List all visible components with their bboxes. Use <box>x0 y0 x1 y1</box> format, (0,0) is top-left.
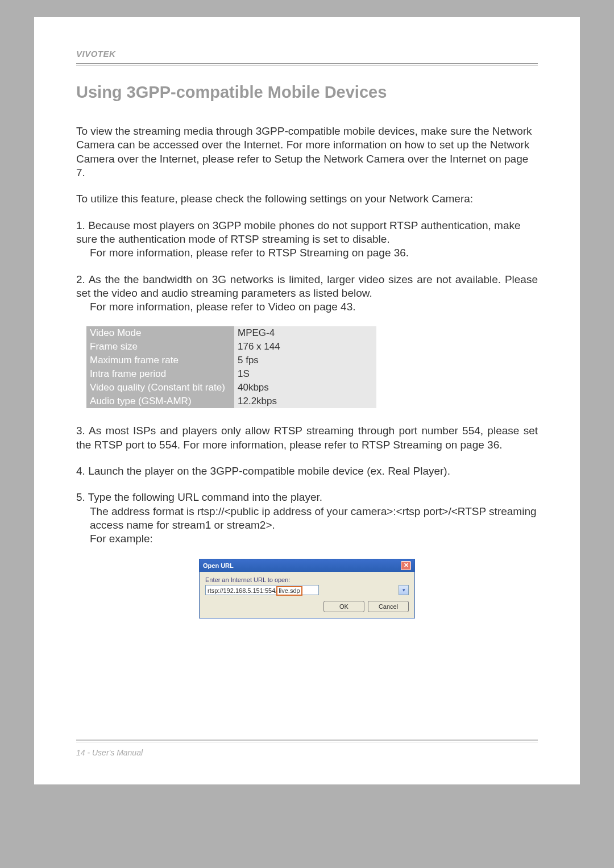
page-title: Using 3GPP-compatible Mobile Devices <box>76 83 538 102</box>
list-text-extra: The address format is rtsp://<public ip … <box>76 505 538 533</box>
list-text: Launch the player on the 3GPP-compatible… <box>88 465 450 477</box>
brand-label: VIVOTEK <box>76 49 538 59</box>
table-row: Audio type (GSM-AMR)12.2kbps <box>86 394 376 408</box>
dialog-button-row: OK Cancel <box>205 601 409 612</box>
list-text-extra: For more information, please refer to RT… <box>76 246 538 260</box>
list-number: 4. <box>76 465 88 477</box>
open-url-dialog: Open URL ✕ Enter an Internet URL to open… <box>199 559 415 618</box>
table-key: Audio type (GSM-AMR) <box>86 394 234 408</box>
cancel-button[interactable]: Cancel <box>368 601 409 612</box>
footer-rule-1 <box>76 740 538 741</box>
table-key: Maximum frame rate <box>86 354 234 367</box>
table-value: 40kbps <box>234 381 376 394</box>
url-input[interactable]: rtsp://192.168.5.151:554/live.sdp <box>205 585 319 595</box>
table-key: Intra frame period <box>86 367 234 381</box>
footer-rule-2 <box>76 742 538 742</box>
close-icon[interactable]: ✕ <box>401 561 411 570</box>
table-key: Frame size <box>86 340 234 354</box>
page-header: VIVOTEK <box>34 17 580 66</box>
list-text: Because most players on 3GPP mobile phon… <box>76 219 521 245</box>
list-text-extra2: For example: <box>76 532 538 546</box>
table-value: 5 fps <box>234 354 376 367</box>
intro-paragraph: To view the streaming media through 3GPP… <box>76 124 538 180</box>
chevron-down-icon[interactable]: ▾ <box>399 585 409 595</box>
dialog-input-row: rtsp://192.168.5.151:554/live.sdp ▾ <box>205 585 409 595</box>
dialog-titlebar: Open URL ✕ <box>200 559 414 572</box>
list-item-5: 5. Type the following URL command into t… <box>76 491 538 546</box>
manual-page: VIVOTEK Using 3GPP-compatible Mobile Dev… <box>34 17 580 784</box>
page-footer: 14 - User's Manual <box>76 748 143 757</box>
table-row: Frame size176 x 144 <box>86 340 376 354</box>
settings-table: Video ModeMPEG-4 Frame size176 x 144 Max… <box>86 326 376 408</box>
list-item-1: 1. Because most players on 3GPP mobile p… <box>76 219 538 260</box>
dialog-body: Enter an Internet URL to open: rtsp://19… <box>200 572 414 618</box>
table-value: 1S <box>234 367 376 381</box>
table-key: Video quality (Constant bit rate) <box>86 381 234 394</box>
list-number: 1. <box>76 219 88 231</box>
list-text: As most ISPs and players only allow RTSP… <box>76 425 538 450</box>
url-prefix: rtsp://192.168.5.151:554/ <box>208 587 277 594</box>
list-item-4: 4. Launch the player on the 3GPP-compati… <box>76 464 538 478</box>
list-text-extra: For more information, please refer to Vi… <box>76 300 538 314</box>
list-number: 5. <box>76 491 88 503</box>
table-value: 12.2kbps <box>234 394 376 408</box>
list-text: Type the following URL command into the … <box>88 491 322 503</box>
page-content: Using 3GPP-compatible Mobile Devices To … <box>34 66 580 618</box>
header-rule-1 <box>76 63 538 64</box>
table-value: MPEG-4 <box>234 326 376 340</box>
list-item-3: 3. As most ISPs and players only allow R… <box>76 424 538 452</box>
ok-button[interactable]: OK <box>323 601 364 612</box>
list-number: 3. <box>76 425 89 437</box>
table-value: 176 x 144 <box>234 340 376 354</box>
list-item-2: 2. As the the bandwidth on 3G networks i… <box>76 273 538 314</box>
list-text: As the the bandwidth on 3G networks is l… <box>76 273 538 299</box>
dialog-container: Open URL ✕ Enter an Internet URL to open… <box>76 559 538 618</box>
dialog-title-text: Open URL <box>203 562 234 569</box>
table-key: Video Mode <box>86 326 234 340</box>
lead-paragraph: To utilize this feature, please check th… <box>76 192 538 206</box>
list-number: 2. <box>76 273 89 285</box>
url-highlight: live.sdp <box>276 586 302 596</box>
table-row: Maximum frame rate5 fps <box>86 354 376 367</box>
table-row: Video quality (Constant bit rate)40kbps <box>86 381 376 394</box>
dialog-input-label: Enter an Internet URL to open: <box>205 576 409 583</box>
table-row: Video ModeMPEG-4 <box>86 326 376 340</box>
table-row: Intra frame period1S <box>86 367 376 381</box>
